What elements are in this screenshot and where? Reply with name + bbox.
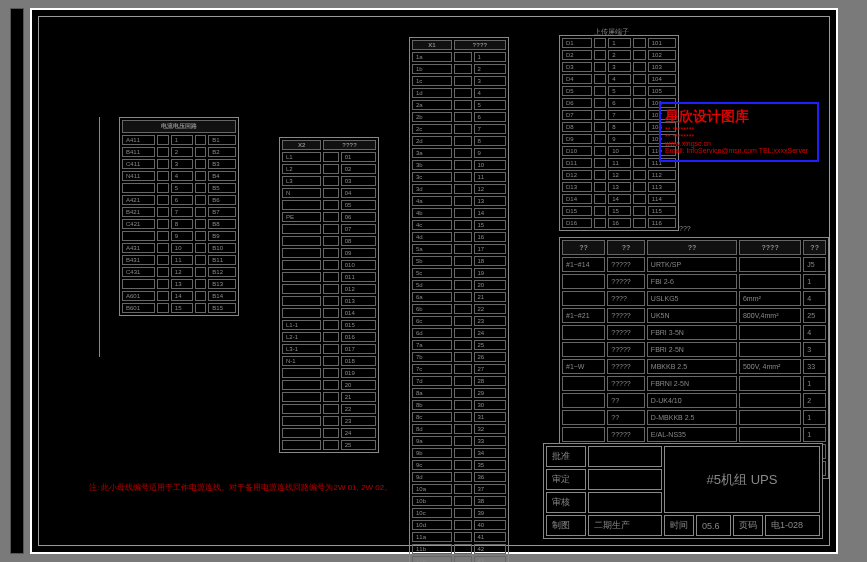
- cell: 8a: [412, 388, 452, 398]
- cell: [157, 219, 169, 229]
- cell: 25: [474, 340, 506, 350]
- cell: B411: [122, 147, 155, 157]
- table-row: 6d24: [412, 328, 506, 338]
- cell: 26: [474, 352, 506, 362]
- cell: [323, 380, 339, 390]
- cell: [739, 342, 801, 357]
- table-row: N04: [282, 188, 376, 198]
- cell: ??: [607, 393, 645, 408]
- cell: 4a: [412, 196, 452, 206]
- cell: [633, 86, 646, 96]
- cell: 4d: [412, 232, 452, 242]
- cell: [454, 148, 472, 158]
- cell: 102: [648, 50, 676, 60]
- cell: 4c: [412, 220, 452, 230]
- table-row: C4113B3: [122, 159, 236, 169]
- cell: [562, 376, 605, 391]
- cell: B431: [122, 255, 155, 265]
- cell: L2: [282, 164, 321, 174]
- cell: [122, 279, 155, 289]
- cell: 25: [803, 308, 826, 323]
- cell: [633, 206, 646, 216]
- cell: E/AL-NS35: [647, 427, 737, 442]
- table-row: 10b38: [412, 496, 506, 506]
- cell: [594, 170, 607, 180]
- cell: [157, 231, 169, 241]
- cell: 3c: [412, 172, 452, 182]
- cell: 34: [474, 448, 506, 458]
- cell: [157, 279, 169, 289]
- table-row: 4a13: [412, 196, 506, 206]
- cell: MBKKB 2.5: [647, 359, 737, 374]
- cell: 03: [341, 176, 376, 186]
- col-header: ??: [607, 240, 645, 255]
- cell: [454, 376, 472, 386]
- cell: [739, 393, 801, 408]
- cell: 12: [608, 170, 631, 180]
- cell: A421: [122, 195, 155, 205]
- cell: [739, 325, 801, 340]
- cell: FBI 2-6: [647, 274, 737, 289]
- table-row: 2c7: [412, 124, 506, 134]
- table-row: N-1018: [282, 356, 376, 366]
- cell: 2c: [412, 124, 452, 134]
- cell: [157, 255, 169, 265]
- table-row: #1~#14?????URTK/SPJ5: [562, 257, 826, 272]
- cell: [157, 183, 169, 193]
- cell: 09: [341, 248, 376, 258]
- cell: 11: [608, 158, 631, 168]
- table-row: ??D-UK4/102: [562, 393, 826, 408]
- table-row: A4111B1: [122, 135, 236, 145]
- cell: D7: [562, 110, 592, 120]
- cell: 43: [474, 556, 506, 562]
- cell: D9: [562, 134, 592, 144]
- cell: [633, 134, 646, 144]
- cell: D5: [562, 86, 592, 96]
- table-row: 21: [282, 392, 376, 402]
- cell: [122, 231, 155, 241]
- cell: B12: [208, 267, 236, 277]
- table-row: D1616116: [562, 218, 676, 228]
- table-row: 4c15: [412, 220, 506, 230]
- cell: [633, 122, 646, 132]
- cell: [323, 248, 339, 258]
- cell: B601: [122, 303, 155, 313]
- table-row: #1~#21?????UK5N800V,4mm²25: [562, 308, 826, 323]
- cell: 6c: [412, 316, 452, 326]
- table-row: L3-1017: [282, 344, 376, 354]
- watermark-title: 星欣设计图库: [665, 108, 813, 126]
- table-row: 9b34: [412, 448, 506, 458]
- cell: [454, 124, 472, 134]
- cell: 02: [341, 164, 376, 174]
- cell: B3: [208, 159, 236, 169]
- cell: D8: [562, 122, 592, 132]
- cell: [594, 62, 607, 72]
- cell: 112: [648, 170, 676, 180]
- cell: 27: [474, 364, 506, 374]
- tb-draw-label: 制图: [546, 515, 586, 536]
- cell: 5: [608, 86, 631, 96]
- cell: 10b: [412, 496, 452, 506]
- cell: B9: [208, 231, 236, 241]
- cell: [454, 352, 472, 362]
- watermark-footer: Email: InfoService@msn.com TEL:xxxxServe…: [665, 147, 813, 154]
- cell: 14: [608, 194, 631, 204]
- table-row: 2a5: [412, 100, 506, 110]
- cell: L1-1: [282, 320, 321, 330]
- cell: [195, 243, 207, 253]
- cell: 23: [474, 316, 506, 326]
- cell: [157, 195, 169, 205]
- cell: N: [282, 188, 321, 198]
- cell: 10: [608, 146, 631, 156]
- cell: [282, 368, 321, 378]
- cell: 011: [341, 272, 376, 282]
- cell: [594, 146, 607, 156]
- table-row: 24: [282, 428, 376, 438]
- cell: 105: [648, 86, 676, 96]
- cell: 41: [474, 532, 506, 542]
- cell: [323, 152, 339, 162]
- tb-time-label: 时间: [664, 515, 694, 536]
- cell: [282, 392, 321, 402]
- drawing-border: 电流电压回路 A4111B1B4112B2C4113B3N4114B45B5A4…: [38, 16, 830, 546]
- cell: ?????: [607, 325, 645, 340]
